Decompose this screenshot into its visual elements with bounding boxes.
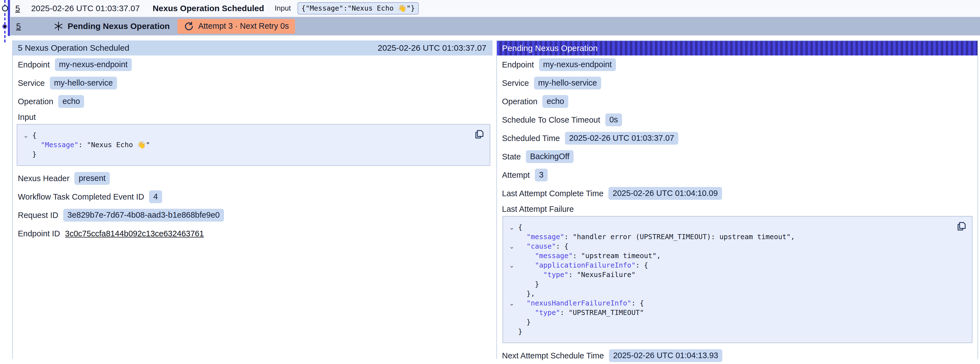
field-row-workflow-task-completed-event-id: Workflow Task Completed Event ID 4 bbox=[13, 188, 493, 206]
json-text: : "upstream timeout", bbox=[573, 251, 661, 260]
json-text: : "UPSTREAM_TIMEOUT" bbox=[560, 308, 644, 318]
field-label: Endpoint bbox=[502, 60, 534, 69]
collapse-chevron-icon bbox=[505, 327, 518, 337]
collapse-chevron-icon[interactable]: ⌄ bbox=[19, 131, 32, 140]
timeline-gutter bbox=[0, 0, 12, 45]
collapse-chevron-icon bbox=[505, 318, 518, 327]
json-line: } bbox=[505, 327, 953, 337]
field-value-badge: BackingOff bbox=[526, 150, 574, 163]
copy-button[interactable] bbox=[473, 128, 485, 141]
field-row-scheduled-time: Scheduled Time 2025-02-26 UTC 01:03:37.0… bbox=[497, 129, 977, 147]
field-label: Nexus Header bbox=[18, 174, 69, 183]
field-label: Operation bbox=[18, 97, 53, 106]
panel-header-pending: Pending Nexus Operation bbox=[497, 40, 977, 56]
collapse-chevron-icon[interactable]: ⌄ bbox=[505, 242, 518, 251]
collapse-chevron-icon bbox=[505, 289, 518, 299]
collapse-chevron-icon bbox=[505, 232, 518, 242]
event-row-pending-nexus-operation[interactable]: 5 Pending Nexus Operation Attempt 3 · Ne… bbox=[10, 17, 980, 35]
json-text bbox=[518, 299, 527, 308]
field-value-badge: echo bbox=[542, 95, 568, 108]
pending-asterisk-icon bbox=[53, 21, 64, 32]
panel-title: 5 Nexus Operation Scheduled bbox=[18, 43, 129, 53]
timeline-open-circle-icon bbox=[2, 5, 8, 11]
event-id-link[interactable]: 5 bbox=[16, 21, 21, 31]
json-text: : "Nexus Echo 👋" bbox=[78, 140, 150, 150]
field-label: Workflow Task Completed Event ID bbox=[18, 192, 144, 201]
field-row-last-attempt-complete-time: Last Attempt Complete Time 2025-02-26 UT… bbox=[497, 184, 977, 203]
failure-section-label: Last Attempt Failure bbox=[497, 203, 977, 216]
event-id-link[interactable]: 5 bbox=[15, 4, 20, 13]
collapse-chevron-icon bbox=[505, 279, 518, 289]
json-line: ⌄ { bbox=[505, 223, 953, 232]
collapse-chevron-icon bbox=[505, 270, 518, 279]
retry-badge-text: Attempt 3 · Next Retry 0s bbox=[198, 21, 289, 31]
json-text: : "handler error (UPSTREAM_TIMEOUT): ups… bbox=[565, 232, 795, 242]
json-text bbox=[518, 232, 527, 242]
collapse-chevron-icon bbox=[19, 140, 32, 150]
field-label: Service bbox=[502, 78, 529, 88]
copy-icon bbox=[956, 221, 967, 232]
field-row-next-attempt-schedule-time: Next Attempt Schedule Time 2025-02-26 UT… bbox=[497, 346, 977, 364]
field-value-badge: 2025-02-26 UTC 01:04:10.09 bbox=[608, 187, 722, 200]
endpoint-id-link[interactable]: 3c0c75ccfa8144b092c13ce632463761 bbox=[65, 229, 204, 238]
failure-json-block: ⌄ { "message" : "handler error (UPSTREAM… bbox=[503, 216, 972, 343]
input-json-block: ⌄ { "Message" : "Nexus Echo 👋" } bbox=[17, 124, 490, 166]
panel-title: Pending Nexus Operation bbox=[502, 43, 598, 53]
field-value-badge: my-hello-service bbox=[534, 77, 601, 89]
timeline-filled-circle-icon bbox=[2, 24, 7, 29]
event-detail-panels: 5 Nexus Operation Scheduled 2025-02-26 U… bbox=[12, 40, 980, 359]
collapse-chevron-icon[interactable]: ⌄ bbox=[505, 223, 518, 232]
input-label: Input bbox=[275, 4, 291, 13]
field-row-schedule-to-close-timeout: Schedule To Close Timeout 0s bbox=[497, 111, 977, 129]
field-value-badge: 2025-02-26 UTC 01:04:13.93 bbox=[609, 349, 722, 362]
timeline-selected-bar bbox=[8, 0, 10, 36]
json-text: { bbox=[518, 223, 522, 232]
json-line: } bbox=[19, 150, 470, 159]
json-text: : { bbox=[631, 299, 644, 308]
panel-pending-nexus-operation: Pending Nexus Operation Endpoint my-nexu… bbox=[496, 40, 978, 359]
retry-status-badge: Attempt 3 · Next Retry 0s bbox=[177, 19, 295, 34]
json-text bbox=[32, 140, 41, 150]
json-text: }, bbox=[518, 289, 535, 299]
json-line: "type" : "UPSTREAM_TIMEOUT" bbox=[505, 308, 953, 318]
json-key: "cause" bbox=[527, 242, 556, 251]
json-text: } bbox=[32, 150, 37, 159]
event-title: Nexus Operation Scheduled bbox=[153, 4, 264, 13]
json-text: : { bbox=[635, 260, 648, 270]
field-label: Schedule To Close Timeout bbox=[502, 115, 600, 125]
field-value-badge: echo bbox=[58, 95, 84, 108]
json-text bbox=[518, 260, 535, 270]
field-row-endpoint: Endpoint my-nexus-endpoint bbox=[13, 56, 493, 74]
json-line: } bbox=[505, 279, 953, 289]
field-row-operation: Operation echo bbox=[13, 92, 493, 111]
field-label: Service bbox=[18, 78, 45, 88]
field-value-badge: 2025-02-26 UTC 01:03:37.07 bbox=[565, 132, 678, 145]
json-key: "message" bbox=[535, 251, 573, 260]
field-row-service: Service my-hello-service bbox=[13, 74, 493, 92]
field-row-operation: Operation echo bbox=[497, 92, 977, 111]
json-text: : "NexusFailure" bbox=[568, 270, 636, 279]
json-text bbox=[518, 270, 543, 279]
event-row-nexus-operation-scheduled[interactable]: 5 2025-02-26 UTC 01:03:37.07 Nexus Opera… bbox=[10, 0, 980, 17]
field-row-attempt: Attempt 3 bbox=[497, 166, 977, 184]
panel-divider bbox=[493, 40, 496, 359]
json-text bbox=[518, 242, 527, 251]
copy-button[interactable] bbox=[955, 220, 967, 233]
json-text bbox=[518, 251, 535, 260]
event-title: Pending Nexus Operation bbox=[68, 21, 170, 31]
panel-header-scheduled: 5 Nexus Operation Scheduled 2025-02-26 U… bbox=[13, 40, 493, 56]
collapse-chevron-icon[interactable]: ⌄ bbox=[505, 299, 518, 308]
event-timestamp: 2025-02-26 UTC 01:03:37.07 bbox=[31, 4, 140, 13]
event-history-rows: 5 2025-02-26 UTC 01:03:37.07 Nexus Opera… bbox=[0, 0, 980, 35]
json-line: "Message" : "Nexus Echo 👋" bbox=[19, 140, 470, 150]
field-label: Last Attempt Complete Time bbox=[502, 189, 603, 198]
json-text bbox=[518, 308, 535, 318]
json-key: "type" bbox=[535, 308, 560, 318]
panel-nexus-operation-scheduled: 5 Nexus Operation Scheduled 2025-02-26 U… bbox=[12, 40, 493, 359]
json-key: "message" bbox=[527, 232, 564, 242]
json-line: "message" : "upstream timeout", bbox=[505, 251, 953, 260]
collapse-chevron-icon[interactable]: ⌄ bbox=[505, 260, 518, 270]
field-value-badge: 4 bbox=[149, 190, 162, 203]
json-text: { bbox=[32, 131, 37, 140]
field-label: Operation bbox=[502, 97, 537, 106]
